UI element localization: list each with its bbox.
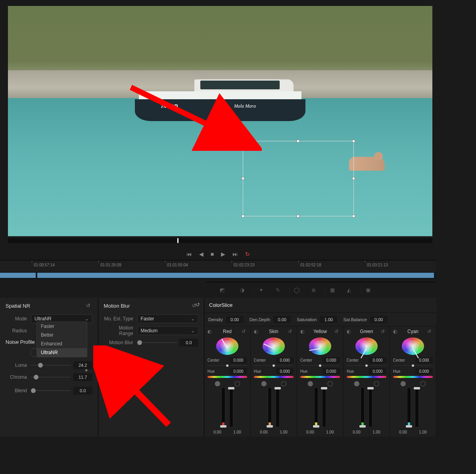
- color-wheel[interactable]: [355, 337, 378, 355]
- next-clip-button[interactable]: ⏭: [232, 251, 238, 257]
- satbalance-value[interactable]: 0.00: [370, 316, 388, 323]
- mode-option-better[interactable]: Better: [37, 331, 87, 339]
- reset-icon[interactable]: ↺: [86, 303, 92, 309]
- timeline-clips[interactable]: [0, 272, 436, 279]
- scrubber[interactable]: [8, 238, 432, 243]
- drop-icon[interactable]: ⬤: [400, 380, 406, 386]
- reset-icon[interactable]: ↺: [288, 329, 294, 334]
- color-wheel[interactable]: [309, 337, 331, 355]
- power-window[interactable]: [243, 141, 354, 216]
- mode-option-faster[interactable]: Faster: [37, 322, 87, 331]
- pw-handle-tr[interactable]: [352, 140, 355, 143]
- center-slider[interactable]: [347, 365, 386, 366]
- pw-handle-tl[interactable]: [242, 140, 244, 143]
- color-warper-icon[interactable]: ◑: [238, 286, 246, 294]
- reset-icon[interactable]: ↺: [242, 329, 247, 334]
- hue-value[interactable]: 0.000: [369, 368, 386, 374]
- pw-handle-br[interactable]: [352, 215, 355, 218]
- pw-handle-ml[interactable]: [242, 177, 244, 180]
- drop-outline-icon[interactable]: ◯: [420, 380, 426, 386]
- curves-icon[interactable]: ◩: [218, 286, 226, 294]
- loop-button[interactable]: ↻: [245, 251, 250, 257]
- contrast-icon[interactable]: ◐: [393, 329, 399, 334]
- window-icon[interactable]: ◯: [290, 286, 298, 294]
- undo-icon[interactable]: ↺: [196, 302, 202, 308]
- hue-value[interactable]: 0.000: [276, 368, 294, 374]
- motion-range-select[interactable]: Medium: [137, 326, 198, 335]
- den-meter[interactable]: [229, 387, 233, 427]
- timeline-ruler[interactable]: 01:00:57:14 01:01:26:09 01:01:55:04 01:0…: [0, 260, 436, 272]
- sat-meter[interactable]: [221, 387, 225, 427]
- hue-strip[interactable]: [207, 376, 247, 378]
- drop-icon[interactable]: ⬤: [354, 380, 359, 386]
- play-button[interactable]: ▶: [221, 251, 225, 257]
- mode-option-enhanced[interactable]: Enhanced: [37, 339, 87, 348]
- tracker-icon[interactable]: ⊕: [309, 286, 317, 294]
- qualifier-icon[interactable]: ✦: [254, 286, 262, 294]
- hue-value[interactable]: 0.000: [322, 368, 340, 374]
- drop-outline-icon[interactable]: ◯: [234, 380, 240, 386]
- mode-option-ultranr[interactable]: UltraNR: [37, 348, 87, 357]
- clip[interactable]: [37, 273, 434, 278]
- target-icon[interactable]: ⌖: [85, 367, 92, 374]
- motion-blur-slider[interactable]: [137, 342, 177, 343]
- blend-slider[interactable]: [31, 390, 71, 391]
- mode-dropdown[interactable]: Faster Better Enhanced UltraNR: [36, 322, 87, 357]
- center-value[interactable]: 0.000: [230, 357, 247, 364]
- clip[interactable]: [0, 273, 36, 278]
- sat-meter[interactable]: [407, 387, 411, 427]
- reset-icon[interactable]: ↺: [381, 329, 386, 334]
- density-value[interactable]: 0.00: [226, 316, 244, 323]
- prev-clip-button[interactable]: ⏮: [186, 251, 192, 257]
- color-wheel[interactable]: [402, 337, 424, 355]
- contrast-icon[interactable]: ◐: [347, 329, 352, 334]
- sat-meter[interactable]: [268, 387, 272, 427]
- est-type-select[interactable]: Faster: [137, 314, 198, 323]
- hue-strip[interactable]: [300, 376, 340, 378]
- drop-outline-icon[interactable]: ◯: [327, 380, 333, 386]
- dendepth-value[interactable]: 0.00: [273, 316, 291, 323]
- pw-handle-bl[interactable]: [242, 215, 244, 218]
- blend-value[interactable]: 0.0: [73, 387, 92, 395]
- drop-icon[interactable]: ⬤: [261, 380, 267, 386]
- center-value[interactable]: 0.000: [369, 357, 386, 364]
- luma-slider[interactable]: [31, 365, 71, 366]
- contrast-icon[interactable]: ◐: [300, 329, 306, 334]
- center-slider[interactable]: [300, 365, 340, 366]
- blur-icon[interactable]: ◭: [345, 286, 353, 294]
- center-slider[interactable]: [254, 365, 294, 366]
- hue-strip[interactable]: [347, 376, 386, 378]
- hue-value[interactable]: 0.000: [230, 368, 247, 374]
- drop-outline-icon[interactable]: ◯: [374, 380, 379, 386]
- viewer[interactable]: Mala Mara 747 DB: [8, 6, 432, 236]
- hue-strip[interactable]: [393, 376, 433, 378]
- sat-meter[interactable]: [314, 387, 318, 427]
- stop-button[interactable]: ■: [211, 251, 214, 257]
- drop-outline-icon[interactable]: ◯: [281, 380, 286, 386]
- motion-blur-value[interactable]: 0.0: [179, 339, 198, 347]
- reset-icon[interactable]: ↺: [427, 329, 433, 334]
- chroma-value[interactable]: 11.7: [73, 373, 92, 381]
- magic-mask-icon[interactable]: ▦: [325, 286, 333, 294]
- color-wheel[interactable]: [216, 337, 238, 355]
- chroma-slider[interactable]: [31, 377, 71, 378]
- pw-handle-tm[interactable]: [297, 140, 299, 143]
- contrast-icon[interactable]: ◐: [254, 329, 259, 334]
- den-meter[interactable]: [415, 387, 419, 427]
- center-slider[interactable]: [393, 365, 433, 366]
- hue-value[interactable]: 0.000: [415, 368, 433, 374]
- drop-icon[interactable]: ⬤: [307, 380, 313, 386]
- pw-handle-mr[interactable]: [352, 177, 355, 180]
- reset-icon[interactable]: ↺: [334, 329, 340, 334]
- color-wheel[interactable]: [263, 337, 285, 355]
- den-meter[interactable]: [322, 387, 326, 427]
- eyedropper-icon[interactable]: ✎: [274, 286, 282, 294]
- den-meter[interactable]: [276, 387, 280, 427]
- contrast-icon[interactable]: ◐: [207, 329, 213, 334]
- center-value[interactable]: 0.000: [276, 357, 294, 364]
- center-value[interactable]: 0.000: [322, 357, 340, 364]
- hue-strip[interactable]: [254, 376, 294, 378]
- play-reverse-button[interactable]: ◀: [199, 251, 203, 257]
- saturation-value[interactable]: 1.00: [320, 316, 337, 323]
- drop-icon[interactable]: ⬤: [215, 380, 220, 386]
